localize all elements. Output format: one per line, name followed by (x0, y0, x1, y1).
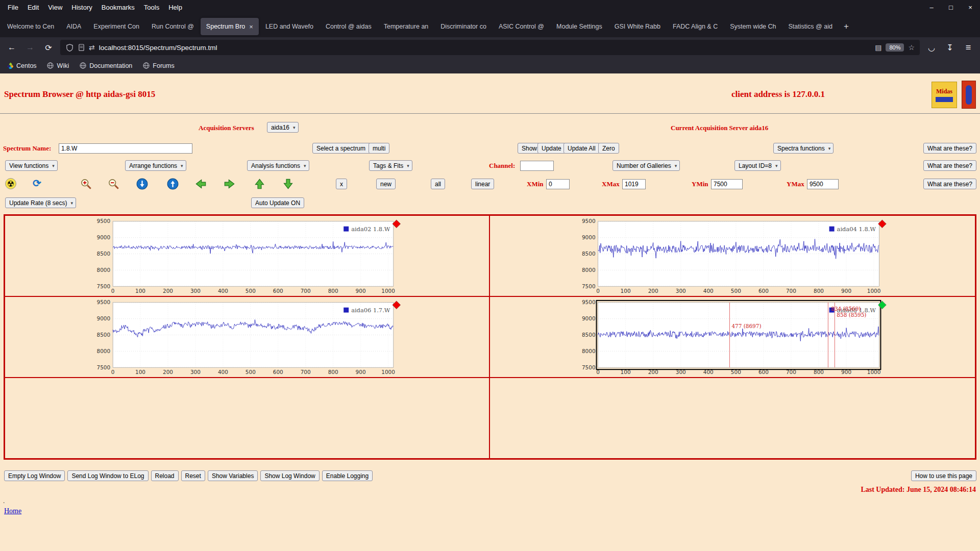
svg-text:900: 900 (356, 369, 366, 375)
tab-statistics[interactable]: Statistics @ aid (783, 18, 838, 35)
tab-close-icon[interactable]: × (248, 23, 253, 31)
url-bar[interactable]: ⇄ localhost:8015/Spectrum/Spectrum.tml ▤… (60, 40, 920, 55)
pocket-icon[interactable]: ◡ (925, 43, 938, 53)
send-log-to-elog-button[interactable]: Send Log Window to ELog (67, 470, 148, 481)
menu-help[interactable]: Help (164, 2, 187, 13)
multi-button[interactable]: multi (369, 143, 389, 154)
tab-gsi-white-rabbit[interactable]: GSI White Rabb (609, 18, 666, 35)
bookmark-star-icon[interactable]: ☆ (908, 43, 915, 52)
forward-button[interactable]: → (23, 43, 37, 52)
gallery-panel-aida02[interactable]: 7500800085009000950001002003004005006007… (5, 215, 489, 296)
tab-welcome-centos[interactable]: Welcome to Cen (2, 18, 60, 35)
channel-input[interactable] (520, 161, 554, 171)
what-are-these-button-3[interactable]: What are these? (923, 179, 976, 189)
enable-logging-button[interactable]: Enable Logging (322, 470, 373, 481)
menu-bookmarks[interactable]: Bookmarks (97, 2, 139, 13)
bookmark-documentation[interactable]: Documentation (79, 62, 132, 69)
menu-edit[interactable]: Edit (23, 2, 43, 13)
downloads-icon[interactable]: ↧ (943, 43, 957, 53)
menu-view[interactable]: View (43, 2, 67, 13)
zoom-in-icon[interactable] (80, 178, 92, 190)
tab-spectrum-browser[interactable]: Spectrum Bro × (201, 18, 259, 35)
reset-button[interactable]: Reset (181, 470, 205, 481)
tab-run-control[interactable]: Run Control @ (146, 18, 200, 35)
menu-file[interactable]: File (3, 2, 23, 13)
close-icon[interactable]: × (961, 4, 980, 11)
minimize-icon[interactable]: – (922, 4, 941, 11)
tags-fits-dropdown[interactable]: Tags & Fits ▾ (369, 160, 412, 171)
number-of-galleries-dropdown[interactable]: Number of Galleries ▾ (612, 160, 680, 171)
view-functions-dropdown[interactable]: View functions ▾ (5, 160, 58, 171)
back-button[interactable]: ← (5, 43, 18, 52)
acquisition-server-select[interactable]: aida16 ▾ (267, 122, 299, 133)
ymax-input[interactable] (807, 179, 839, 189)
gallery-panel-aida06[interactable]: 7500800085009000950001002003004005006007… (5, 296, 489, 378)
spectrum-name-input[interactable] (59, 143, 192, 154)
xmin-input[interactable] (546, 179, 570, 189)
spectra-functions-dropdown[interactable]: Spectra functions ▾ (773, 143, 834, 154)
select-spectrum-dropdown[interactable]: Select a spectrum ▾ (312, 143, 375, 154)
url-text[interactable]: localhost:8015/Spectrum/Spectrum.tml (99, 44, 217, 52)
page-info-icon[interactable] (78, 43, 85, 52)
tab-aida[interactable]: AIDA (61, 18, 87, 35)
tab-experiment-control[interactable]: Experiment Con (88, 18, 145, 35)
gallery-panel-aida08[interactable]: 7500800085009000950001002003004005006007… (489, 296, 975, 378)
update-rate-dropdown[interactable]: Update Rate (8 secs) ▾ (5, 197, 76, 208)
zero-button[interactable]: Zero (598, 143, 619, 154)
expand-y-icon[interactable] (136, 178, 148, 190)
all-button[interactable]: all (431, 179, 445, 189)
zoom-out-icon[interactable] (107, 178, 119, 190)
arrange-functions-dropdown[interactable]: Arrange functions ▾ (125, 160, 186, 171)
pan-right-arrow-icon[interactable] (223, 178, 235, 190)
tab-control-aidas[interactable]: Control @ aidas (320, 18, 377, 35)
tab-fadc-align[interactable]: FADC Align & C (667, 18, 723, 35)
reader-mode-icon[interactable]: ▤ (875, 43, 881, 52)
maximize-icon[interactable]: □ (941, 4, 961, 11)
empty-log-window-button[interactable]: Empty Log Window (4, 470, 65, 481)
refresh-cycle-icon[interactable]: ⟳ (33, 177, 41, 189)
update-button[interactable]: Update (537, 143, 566, 154)
tab-temperature[interactable]: Temperature an (378, 18, 434, 35)
auto-update-button[interactable]: Auto Update ON (251, 197, 304, 208)
gallery-panel-aida04[interactable]: 7500800085009000950001002003004005006007… (489, 215, 975, 296)
bookmark-forums[interactable]: Forums (142, 62, 174, 69)
tab-discriminator[interactable]: Discriminator co (435, 18, 492, 35)
menu-tools[interactable]: Tools (139, 2, 164, 13)
permissions-icon[interactable]: ⇄ (89, 43, 95, 52)
menu-history[interactable]: History (67, 2, 96, 13)
tab-asic-control[interactable]: ASIC Control @ (493, 18, 550, 35)
what-are-these-button-2[interactable]: What are these? (923, 160, 976, 171)
home-link[interactable]: Home (4, 507, 21, 515)
analysis-functions-dropdown[interactable]: Analysis functions ▾ (247, 160, 309, 171)
tab-module-settings[interactable]: Module Settings (551, 18, 608, 35)
ymin-input[interactable] (711, 179, 743, 189)
hamburger-menu-icon[interactable]: ≡ (962, 42, 975, 53)
tab-led-waveform[interactable]: LED and Wavefo (260, 18, 319, 35)
show-log-window-button[interactable]: Show Log Window (260, 470, 319, 481)
pan-left-arrow-icon[interactable] (194, 178, 207, 190)
log-button-row: Empty Log Window Send Log Window to ELog… (4, 470, 373, 481)
compress-y-icon[interactable] (166, 178, 179, 190)
layout-id-dropdown[interactable]: Layout ID=8 ▾ (734, 160, 781, 171)
zoom-level-badge[interactable]: 80% (886, 43, 904, 52)
pan-down-arrow-icon[interactable] (282, 178, 294, 190)
x-button[interactable]: x (336, 179, 347, 189)
reload-page-button[interactable]: Reload (151, 470, 179, 481)
show-variables-button[interactable]: Show Variables (208, 470, 258, 481)
new-tab-button[interactable]: + (839, 19, 854, 34)
new-button[interactable]: new (376, 179, 396, 189)
update-all-button[interactable]: Update All (564, 143, 600, 154)
gallery-panel-empty-2[interactable] (489, 378, 975, 459)
pan-up-arrow-icon[interactable] (253, 178, 265, 190)
how-to-use-button[interactable]: How to use this page (911, 470, 976, 481)
reload-button[interactable]: ⟳ (42, 43, 55, 53)
tab-system-wide[interactable]: System wide Ch (724, 18, 781, 35)
tracking-protection-shield-icon[interactable] (65, 43, 74, 52)
xmax-input[interactable] (622, 179, 646, 189)
bookmark-wiki[interactable]: Wiki (47, 62, 69, 69)
radiation-icon[interactable]: ☢ (5, 178, 16, 189)
gallery-panel-empty-1[interactable] (5, 378, 489, 459)
linear-button[interactable]: linear (471, 179, 494, 189)
bookmark-centos[interactable]: Centos (6, 62, 37, 69)
what-are-these-button-1[interactable]: What are these? (923, 143, 976, 154)
